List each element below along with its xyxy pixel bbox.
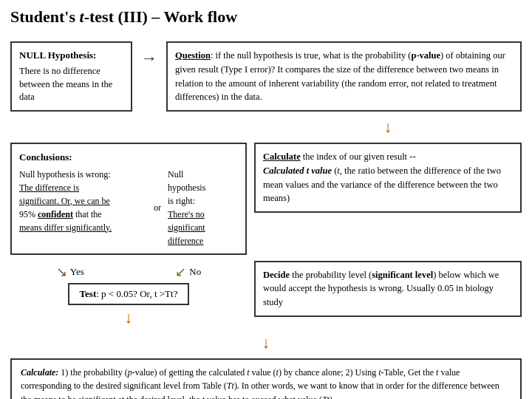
wrong-line3: significant. Or, we can be bbox=[19, 196, 110, 206]
yes-label: ↘ Yes bbox=[56, 264, 84, 280]
bottom-text1: 1) the probability ( bbox=[58, 367, 127, 378]
right-line2: hypothesis bbox=[168, 183, 205, 193]
question-pvalue: p-value bbox=[411, 50, 440, 61]
wrong-line5: means differ significantly. bbox=[19, 222, 112, 233]
right-line1: Null bbox=[168, 169, 183, 180]
wrong-line4b: that the bbox=[75, 209, 102, 219]
arrow-down-right-icon: ↓ bbox=[254, 117, 522, 137]
decide-box: Decide the probability level (significan… bbox=[254, 261, 522, 317]
arrow-down-test-icon: ↓ bbox=[125, 308, 133, 327]
or-label: or bbox=[151, 201, 163, 214]
yes-no-section: ↘ Yes ↙ No Test: p < 0.05? Or, t >Tt? ↓ bbox=[10, 261, 247, 327]
wrong-confident: confident bbox=[38, 209, 73, 219]
arrow-down-bottom-icon: ↓ bbox=[10, 333, 522, 352]
question-label: Question bbox=[175, 50, 211, 61]
null-hypothesis-box: NULL Hypothesis: There is no difference … bbox=[10, 41, 132, 112]
calculate-italic1: Calculated t value bbox=[263, 166, 332, 176]
right-line4: There's no bbox=[168, 209, 205, 219]
right-text: Null hypothesis is right: There's no sig… bbox=[168, 168, 238, 248]
main-layout: Student's t-test (III) – Work flow NULL … bbox=[10, 7, 522, 399]
wrong-line4a: 95% bbox=[19, 209, 35, 219]
test-box: Test: p < 0.05? Or, t >Tt? bbox=[68, 283, 190, 305]
question-text1: : if the null hypothesis is true, what i… bbox=[211, 50, 412, 61]
calculate-label: Calculate bbox=[263, 151, 301, 162]
bottom-text3: value ( bbox=[250, 367, 276, 378]
calculate-text1: the index of our given result -- bbox=[301, 151, 416, 162]
conclusions-box: Conclusions: Null hypothesis is wrong: T… bbox=[10, 143, 247, 255]
null-hypothesis-label: NULL Hypothesis: bbox=[19, 49, 123, 62]
arrow-no-icon: ↙ bbox=[175, 264, 186, 280]
arrow-yes-icon: ↘ bbox=[56, 264, 67, 280]
bottom-box: Calculate: 1) the probability (p-value) … bbox=[10, 358, 522, 400]
test-text: : p < 0.05? Or, t >Tt? bbox=[96, 288, 177, 299]
wrong-line2: The difference is bbox=[19, 183, 79, 193]
wrong-text: Null hypothesis is wrong: The difference… bbox=[19, 168, 147, 234]
mid-arrows: ↓ bbox=[10, 117, 522, 137]
yes-no-labels: ↘ Yes ↙ No bbox=[10, 264, 247, 280]
bottom-text2: -value) of getting the calculated bbox=[132, 367, 248, 378]
arrow-col-left bbox=[10, 117, 247, 137]
no-label: ↙ No bbox=[175, 264, 201, 280]
wrong-line1: Null hypothesis is wrong: bbox=[19, 169, 111, 180]
arrow-right-icon: → bbox=[140, 49, 159, 68]
right-line5: significant bbox=[168, 222, 205, 233]
no-text: No bbox=[189, 266, 201, 278]
test-label: Test bbox=[80, 288, 97, 299]
decide-label: Decide bbox=[263, 270, 290, 280]
conclusions-title: Conclusions: bbox=[19, 150, 238, 165]
bottom-italic8: Tt bbox=[322, 395, 330, 399]
calculate-box: Calculate the index of our given result … bbox=[254, 143, 522, 213]
yes-text: Yes bbox=[70, 266, 84, 278]
yes-no-row: ↘ Yes ↙ No Test: p < 0.05? Or, t >Tt? ↓ … bbox=[10, 261, 522, 327]
null-hypothesis-text: There is no difference between the means… bbox=[19, 66, 112, 102]
bottom-italic6: Tt bbox=[227, 381, 234, 391]
top-row: NULL Hypothesis: There is no difference … bbox=[10, 41, 522, 112]
bottom-text9: ) bbox=[330, 395, 332, 399]
bottom-text8: value has to exceed what value ( bbox=[205, 395, 322, 399]
question-box: Question: if the null hypothesis is true… bbox=[166, 41, 522, 112]
right-line3: is right: bbox=[168, 196, 195, 206]
bottom-text4: ) by chance alone; 2) Using bbox=[279, 367, 378, 378]
decide-text1: the probability level ( bbox=[290, 270, 372, 280]
conclusions-inner: Null hypothesis is wrong: The difference… bbox=[19, 168, 238, 248]
right-line6: difference bbox=[168, 236, 203, 246]
bottom-calc-label: Calculate: bbox=[21, 367, 58, 378]
mid-row: Conclusions: Null hypothesis is wrong: T… bbox=[10, 143, 522, 255]
decide-bold: significant level bbox=[372, 270, 433, 280]
page-title: Student's t-test (III) – Work flow bbox=[10, 7, 522, 27]
bottom-text5: -Table, Get the bbox=[381, 367, 436, 378]
